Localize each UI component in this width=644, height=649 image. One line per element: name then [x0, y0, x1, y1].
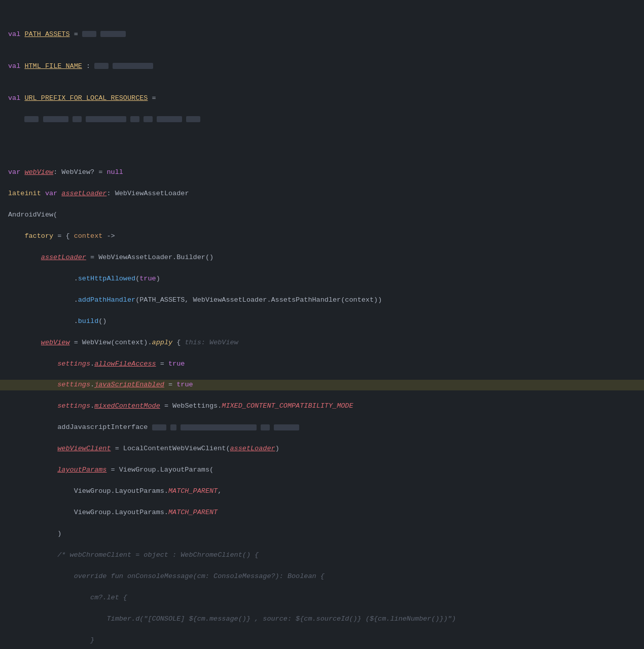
code-line-13: webView = WebView(context).apply { this:… [0, 338, 644, 348]
code-line-14: settings.allowFileAccess = true [0, 359, 644, 370]
code-line-21: ViewGroup.LayoutParams.MATCH_PARENT [0, 508, 644, 518]
code-editor: val PATH_ASSETS = val HTML_FILE_NAME : v… [0, 6, 644, 649]
code-line-8: AndroidView( [0, 210, 644, 221]
code-line-17: addJavascriptInterface [0, 422, 644, 433]
code-line-26: Timber.d("[CONSOLE] ${cm.message()} , so… [0, 614, 644, 625]
code-line-22: ) [0, 529, 644, 539]
code-line-4 [0, 114, 644, 125]
code-line-6: var webView: WebView? = null [0, 167, 644, 178]
code-line-24: override fun onConsoleMessage(cm: Consol… [0, 571, 644, 582]
code-line-10: .setHttpAllowed(true) [0, 274, 644, 284]
code-line-20: ViewGroup.LayoutParams.MATCH_PARENT, [0, 486, 644, 497]
code-line-27: } [0, 635, 644, 646]
code-line-16: settings.mixedContentMode = WebSettings.… [0, 401, 644, 412]
code-line-25: cm?.let { [0, 593, 644, 603]
code-line-7: lateinit var assetLoader: WebViewAssetLo… [0, 189, 644, 199]
code-line-1: val PATH_ASSETS = [0, 29, 644, 40]
code-line-15: settings.javaScriptEnabled = true [0, 380, 644, 390]
code-line-9: assetLoader = WebViewAssetLoader.Builder… [0, 253, 644, 263]
code-line-3: val URL_PREFIX_FOR_LOCAL_RESOURCES = [0, 93, 644, 104]
code-line-5 [0, 146, 644, 157]
code-line-19: layoutParams = ViewGroup.LayoutParams( [0, 465, 644, 476]
code-line-11: .addPathHandler(PATH_ASSETS, WebViewAsse… [0, 295, 644, 306]
code-line-12: .build() [0, 316, 644, 327]
code-line-2: val HTML_FILE_NAME : [0, 61, 644, 72]
code-line-factory: factory = { context -> [0, 231, 644, 242]
code-line-18: webViewClient = LocalContentWebViewClien… [0, 444, 644, 454]
code-line-23: /* webChromeClient = object : WebChromeC… [0, 550, 644, 561]
